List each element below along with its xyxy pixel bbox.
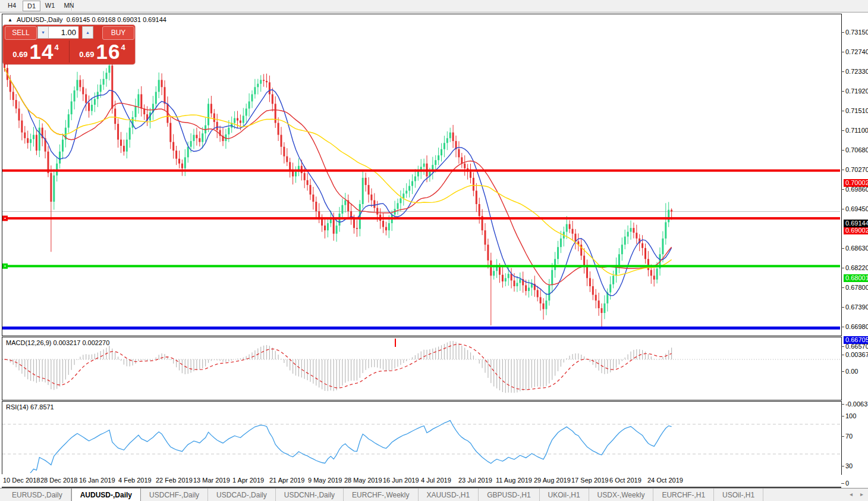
- one-click-trading-panel: SELL ▼ ▲ BUY 0.69 14 4 0.69 16 4: [3, 25, 135, 64]
- price-tick-label: 0.70680: [845, 146, 868, 154]
- price-tick-mark: [841, 32, 844, 33]
- chart-tab-usoil[interactable]: USOil-,H1: [714, 489, 763, 501]
- macd-tick-label: 0.00: [845, 368, 858, 375]
- rsi-label: RSI(14) 67.8571: [6, 403, 54, 411]
- price-tick-mark: [841, 248, 844, 249]
- volume-input[interactable]: [49, 26, 78, 39]
- date-axis-label: 4 Jul 2019: [421, 477, 451, 484]
- tab-scroll-right-icon[interactable]: ▸: [860, 491, 863, 497]
- level-price-badge: 0.70002: [844, 179, 868, 187]
- timeframe-button-d1[interactable]: D1: [23, 1, 40, 11]
- macd-tick-mark: [841, 404, 844, 405]
- chart-tab-usdchf[interactable]: USDCHF-,Daily: [141, 489, 208, 501]
- price-tick-label: 0.71100: [845, 127, 868, 134]
- bid-pips: 14: [30, 40, 54, 64]
- bid-pipette: 4: [55, 43, 59, 52]
- chart-tab-audusd[interactable]: AUDUSD-,Daily: [71, 488, 141, 501]
- level-price-badge: 0.69002: [844, 227, 868, 234]
- price-tick-label: 0.71920: [845, 87, 868, 95]
- price-tick-label: 0.66980: [845, 323, 868, 330]
- price-tick-mark: [841, 130, 844, 131]
- price-tick-mark: [841, 327, 844, 327]
- timeframe-button-mn[interactable]: MN: [61, 1, 77, 10]
- price-tick-label: 0.69860: [845, 186, 868, 193]
- macd-tick-label: -0.006378: [845, 400, 868, 408]
- sell-button[interactable]: SELL: [5, 26, 37, 40]
- date-axis-label: 6 Oct 2019: [609, 477, 641, 484]
- ask-pips: 16: [96, 40, 121, 64]
- rsi-tick-mark: [841, 466, 844, 466]
- price-tick-mark: [841, 71, 844, 72]
- timeframe-toolbar: H4D1W1MN: [0, 0, 868, 12]
- rsi-panel[interactable]: RSI(14) 67.8571: [2, 401, 842, 475]
- price-tick-label: 0.68630: [845, 245, 868, 252]
- price-tick-label: 0.72740: [845, 48, 868, 55]
- macd-tick-label: 0.003674: [845, 351, 868, 358]
- date-axis-label: 1 Apr 2019: [232, 477, 264, 484]
- chart-tab-eurusd[interactable]: EURUSD-,Daily: [4, 489, 71, 501]
- tab-scroll-left-icon[interactable]: ◂: [850, 491, 853, 497]
- date-axis-label: 28 May 2019: [344, 477, 382, 484]
- macd-chart[interactable]: [2, 337, 840, 399]
- price-tick-label: 0.69450: [845, 205, 868, 212]
- chart-tab-ukoil[interactable]: UKOil-,H1: [540, 489, 589, 501]
- trading-terminal-window: H4D1W1MN ▲AUDUSD-,Daily 0.69145 0.69168 …: [0, 0, 868, 501]
- price-tick-mark: [841, 150, 844, 151]
- macd-tick-mark: [841, 355, 844, 355]
- chart-tab-eurchf[interactable]: EURCHF-,H1: [653, 489, 714, 501]
- date-axis-label: 22 Feb 2019: [156, 477, 193, 484]
- bid-price-display[interactable]: 0.69 14 4: [3, 40, 68, 63]
- rsi-tick-mark: [841, 483, 844, 484]
- price-tick-mark: [841, 268, 844, 268]
- rsi-tick-mark: [841, 436, 844, 437]
- chart-tab-usdx[interactable]: USDX-,Weekly: [589, 489, 654, 501]
- buy-button[interactable]: BUY: [102, 26, 134, 40]
- bid-big-figure: 0.69: [12, 50, 27, 59]
- date-axis-label: 24 Oct 2019: [647, 477, 683, 484]
- chart-tab-bar: EURUSD-,DailyAUDUSD-,DailyUSDCHF-,DailyU…: [0, 488, 868, 501]
- ask-price-display[interactable]: 0.69 16 4: [70, 40, 135, 63]
- chart-tab-usdcnh[interactable]: USDCNH-,Daily: [276, 489, 344, 501]
- timeframe-button-h4[interactable]: H4: [4, 1, 20, 10]
- chart-tab-gbpusd[interactable]: GBPUSD-,H1: [479, 489, 539, 501]
- price-tick-label: 0.67390: [845, 303, 868, 311]
- level-price-badge: 0.66705: [844, 336, 868, 344]
- timeframe-button-w1[interactable]: W1: [42, 1, 58, 10]
- date-axis-label: 16 Jan 2019: [79, 477, 115, 484]
- price-tick-mark: [841, 52, 844, 52]
- price-axis[interactable]: 0.731500.727400.723300.719200.715100.711…: [841, 12, 868, 488]
- macd-panel[interactable]: MACD(12,26,9) 0.003217 0.002270: [2, 337, 842, 400]
- date-axis-label: 4 Feb 2019: [118, 477, 152, 484]
- ask-pipette: 4: [121, 43, 125, 52]
- chart-client-area: ▲AUDUSD-,Daily 0.69145 0.69168 0.69031 0…: [0, 12, 868, 488]
- date-axis[interactable]: 10 Dec 201828 Dec 201816 Jan 20194 Feb 2…: [2, 474, 841, 488]
- chart-tab-eurchf[interactable]: EURCHF-,Weekly: [344, 489, 418, 501]
- price-tick-label: 0.70270: [845, 166, 868, 173]
- rsi-tick-label: 30: [845, 462, 853, 469]
- rsi-tick-label: 70: [845, 433, 853, 440]
- date-axis-label: 11 Aug 2019: [496, 477, 532, 484]
- date-axis-label: 13 Mar 2019: [193, 477, 230, 484]
- date-axis-label: 23 Jul 2019: [458, 477, 492, 484]
- collapse-oneclick-icon[interactable]: ▲: [8, 17, 12, 23]
- volume-decrease-button[interactable]: ▼: [37, 26, 49, 39]
- macd-label: MACD(12,26,9) 0.003217 0.002270: [6, 339, 109, 346]
- date-axis-label: 10 Dec 2018: [3, 477, 40, 484]
- price-tick-mark: [841, 346, 844, 347]
- volume-increase-button[interactable]: ▲: [82, 26, 93, 39]
- date-axis-label: 28 Dec 2018: [40, 477, 77, 484]
- rsi-chart[interactable]: [2, 402, 840, 473]
- chart-tab-usdcad[interactable]: USDCAD-,Daily: [208, 489, 276, 501]
- rsi-tick-label: 100: [845, 412, 856, 419]
- chart-tab-xauusd[interactable]: XAUUSD-,H1: [419, 489, 479, 501]
- price-tick-label: 0.71510: [845, 107, 868, 114]
- price-tick-label: 0.72330: [845, 68, 868, 75]
- current-price-badge: 0.69144: [844, 220, 868, 227]
- chart-title: ▲AUDUSD-,Daily 0.69145 0.69168 0.69031 0…: [8, 16, 166, 23]
- price-tick-mark: [841, 111, 844, 111]
- date-axis-label: 16 Jun 2019: [383, 477, 419, 484]
- price-tick-mark: [841, 287, 844, 288]
- price-tick-label: 0.73150: [845, 29, 868, 36]
- price-tick-mark: [841, 307, 844, 308]
- price-tick-mark: [841, 170, 844, 170]
